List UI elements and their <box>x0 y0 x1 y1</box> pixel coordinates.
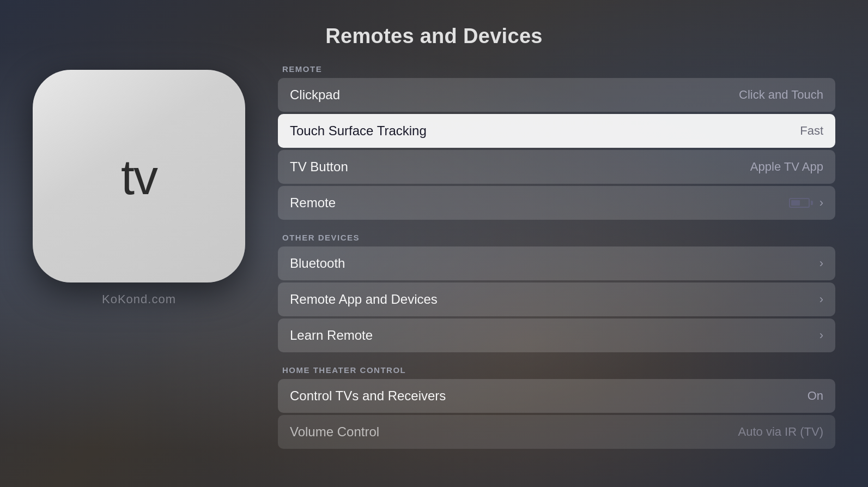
control-tvs-right: On <box>808 389 823 403</box>
battery-body <box>789 198 810 208</box>
volume-control-right: Auto via IR (TV) <box>738 425 823 439</box>
settings-row-control-tvs[interactable]: Control TVs and Receivers On <box>278 379 835 413</box>
settings-row-bluetooth[interactable]: Bluetooth › <box>278 246 835 280</box>
touch-surface-value: Fast <box>800 124 823 138</box>
bluetooth-chevron-icon: › <box>820 256 823 270</box>
remote-label: Remote <box>290 195 336 211</box>
tv-box: tv <box>33 70 245 282</box>
page-title: Remotes and Devices <box>325 25 543 48</box>
control-tvs-label: Control TVs and Receivers <box>290 388 446 404</box>
clickpad-right: Click and Touch <box>739 88 823 102</box>
remote-right: › <box>789 196 823 210</box>
watermark: KoKond.com <box>102 292 176 306</box>
settings-row-remote-app[interactable]: Remote App and Devices › <box>278 282 835 316</box>
remote-chevron-icon: › <box>820 196 823 210</box>
battery-icon <box>789 198 813 208</box>
section-header-home-theater: HOME THEATER CONTROL <box>278 365 835 375</box>
section-header-remote: REMOTE <box>278 64 835 74</box>
learn-remote-chevron-icon: › <box>820 328 823 342</box>
tv-box-container: tv KoKond.com <box>33 70 245 306</box>
touch-surface-label: Touch Surface Tracking <box>290 123 427 139</box>
learn-remote-right: › <box>820 328 823 342</box>
settings-row-volume-control[interactable]: Volume Control Auto via IR (TV) <box>278 415 835 449</box>
settings-row-remote[interactable]: Remote › <box>278 186 835 220</box>
battery-tip <box>811 201 813 205</box>
page-content: Remotes and Devices tv KoKond.com REMOTE… <box>0 0 868 487</box>
settings-row-touch-surface[interactable]: Touch Surface Tracking Fast <box>278 114 835 148</box>
tv-button-right: Apple TV App <box>750 160 823 174</box>
tv-button-value: Apple TV App <box>750 160 823 174</box>
settings-group-other-devices: Bluetooth › Remote App and Devices › Lea… <box>278 246 835 352</box>
section-header-other-devices: OTHER DEVICES <box>278 233 835 242</box>
clickpad-label: Clickpad <box>290 87 340 103</box>
main-layout: tv KoKond.com REMOTE Clickpad Click and … <box>0 64 868 451</box>
remote-app-right: › <box>820 292 823 306</box>
remote-app-label: Remote App and Devices <box>290 292 438 307</box>
control-tvs-value: On <box>808 389 823 403</box>
clickpad-value: Click and Touch <box>739 88 823 102</box>
tv-button-label: TV Button <box>290 159 348 175</box>
tv-text: tv <box>121 149 157 206</box>
remote-app-chevron-icon: › <box>820 292 823 306</box>
settings-row-tv-button[interactable]: TV Button Apple TV App <box>278 150 835 184</box>
settings-group-home-theater: Control TVs and Receivers On Volume Cont… <box>278 379 835 449</box>
settings-panel: REMOTE Clickpad Click and Touch Touch Su… <box>278 64 835 451</box>
bluetooth-right: › <box>820 256 823 270</box>
settings-group-remote: Clickpad Click and Touch Touch Surface T… <box>278 78 835 220</box>
touch-surface-right: Fast <box>800 124 823 138</box>
bluetooth-label: Bluetooth <box>290 256 345 271</box>
settings-row-clickpad[interactable]: Clickpad Click and Touch <box>278 78 835 112</box>
battery-fill <box>791 200 800 206</box>
volume-control-value: Auto via IR (TV) <box>738 425 823 439</box>
learn-remote-label: Learn Remote <box>290 328 373 343</box>
volume-control-label: Volume Control <box>290 424 379 440</box>
settings-row-learn-remote[interactable]: Learn Remote › <box>278 318 835 352</box>
